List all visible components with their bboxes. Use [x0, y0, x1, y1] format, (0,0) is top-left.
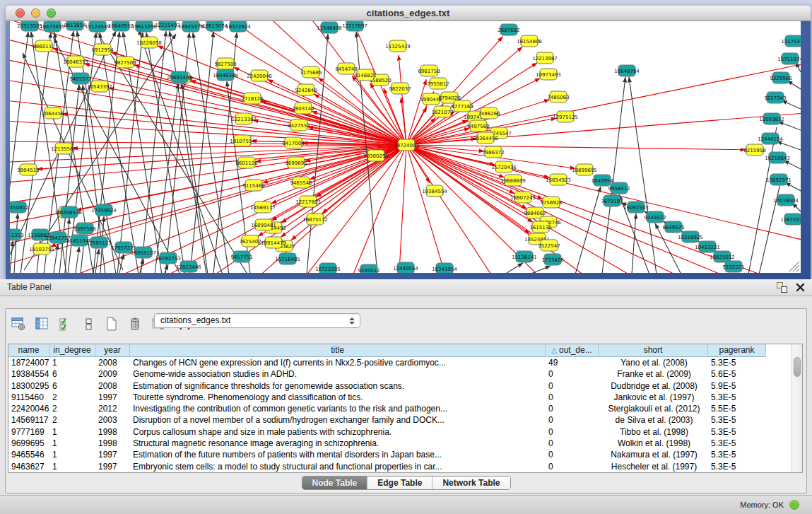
graph-node[interactable]: 6961758	[418, 65, 440, 76]
graph-node[interactable]: 1615132	[529, 221, 551, 233]
graph-node[interactable]: 3911353	[10, 229, 24, 240]
graph-node[interactable]: 8427552	[288, 119, 310, 131]
graph-node[interactable]: 12975125	[553, 111, 578, 122]
tab-network-table[interactable]: Network Table	[433, 477, 510, 489]
table-cell[interactable]: 1	[49, 449, 95, 460]
table-cell[interactable]: 2008	[95, 357, 130, 368]
table-cell[interactable]: 1998	[95, 426, 130, 438]
graph-node[interactable]: 12217897	[342, 21, 367, 31]
column-header-year[interactable]: year	[95, 344, 130, 357]
graph-node[interactable]: 19613296	[131, 21, 157, 32]
graph-node[interactable]: 16640910	[108, 21, 134, 31]
table-cell[interactable]	[766, 438, 793, 449]
table-cell[interactable]: Nakamura et al. (1997)	[599, 449, 708, 460]
table-cell[interactable]: 18724007	[8, 357, 49, 368]
table-cell[interactable]	[766, 449, 793, 460]
table-cell[interactable]: 0	[546, 461, 599, 472]
table-cell[interactable]: 1997	[95, 461, 130, 472]
table-cell[interactable]: Tourette syndrome. Phenomenology and cla…	[130, 392, 546, 403]
graph-node[interactable]: 7485063	[547, 91, 569, 103]
table-cell[interactable]: 5.3E-5	[708, 392, 766, 403]
table-cell[interactable]: Structural magnetic resonance image aver…	[130, 438, 546, 449]
table-cell[interactable]: 0	[546, 449, 599, 460]
graph-node[interactable]: 9860112	[33, 40, 54, 52]
float-panel-icon[interactable]	[777, 282, 787, 293]
graph-node[interactable]: 10543392	[87, 81, 112, 92]
table-cell[interactable]: 5.3E-5	[708, 357, 766, 368]
graph-node[interactable]: 7986372	[482, 146, 504, 158]
close-panel-icon[interactable]	[796, 283, 805, 292]
table-row[interactable]: 2242004622012Investigating the contribut…	[8, 403, 802, 414]
column-header-title[interactable]: title	[130, 344, 546, 357]
table-cell[interactable]: 0	[546, 414, 599, 426]
table-cell[interactable]: 6	[49, 368, 95, 380]
table-cell[interactable]: 2003	[95, 414, 130, 426]
table-cell[interactable]: 5.9E-5	[708, 380, 766, 392]
graph-node[interactable]: 8215958	[743, 144, 765, 156]
graph-node[interactable]: 16875112	[302, 214, 328, 225]
table-cell[interactable]: 49	[546, 357, 599, 368]
table-cell[interactable]: Tibbo et al. (1998)	[599, 426, 708, 438]
table-cell[interactable]: 9115460	[8, 392, 49, 403]
table-cell[interactable]: 5.6E-5	[708, 368, 766, 380]
graph-node[interactable]: 15124549	[85, 21, 110, 32]
graph-node[interactable]: 12213987	[532, 52, 558, 64]
graph-node[interactable]: 12440554	[393, 262, 418, 273]
graph-node[interactable]: 2803144	[292, 103, 314, 114]
table-cell[interactable]: 0	[546, 426, 599, 438]
table-row[interactable]: 1830029562008Estimation of significance …	[8, 380, 802, 392]
graph-node[interactable]: 9756928	[540, 197, 562, 208]
network-canvas[interactable]: 1872400722420046271812612213387181075548…	[10, 21, 801, 273]
tab-edge-table[interactable]: Edge Table	[367, 477, 433, 489]
table-cell[interactable]: Corpus callosum shape and size in male p…	[130, 426, 546, 438]
table-cell[interactable]: 18300295	[8, 380, 49, 392]
graph-node[interactable]: 2718126	[241, 93, 264, 104]
table-cell[interactable]: 2008	[95, 380, 130, 392]
graph-node[interactable]: 7625402	[239, 235, 261, 247]
graph-node[interactable]: 9397588	[73, 223, 95, 234]
graph-node[interactable]: 9822037	[389, 83, 411, 94]
graph-node[interactable]: 8813054	[64, 21, 86, 30]
graph-node[interactable]: 10899695	[572, 164, 597, 175]
table-cell[interactable]: Estimation of significance thresholds fo…	[130, 380, 546, 392]
table-cell[interactable]: 9465546	[8, 449, 49, 460]
table-cell[interactable]: 2	[49, 392, 95, 403]
table-cell[interactable]: Investigating the contribution of common…	[130, 403, 546, 414]
graph-node[interactable]: 9827508	[214, 58, 236, 69]
table-cell[interactable]: Disruption of a novel member of a sodium…	[130, 414, 546, 426]
table-cell[interactable]: 19384554	[8, 368, 49, 380]
graph-node[interactable]: 1621077	[431, 106, 453, 117]
graph-node[interactable]: 2687682	[498, 24, 519, 35]
table-cell[interactable]	[766, 461, 793, 472]
table-cell[interactable]: Wolkin et al. (1998)	[599, 438, 708, 449]
graph-node[interactable]: 12215493	[155, 21, 180, 30]
graph-node[interactable]: 3175685	[300, 66, 322, 78]
table-cell[interactable]: 5.3E-5	[708, 414, 766, 426]
table-cell[interactable]: 5.3E-5	[708, 461, 766, 472]
graph-node[interactable]: 2522547	[538, 240, 560, 251]
table-cell[interactable]: 2	[49, 414, 95, 426]
graph-node[interactable]: 16318925	[678, 231, 703, 243]
table-row[interactable]: 911546021997Tourette syndrome. Phenomeno…	[8, 392, 802, 403]
graph-node[interactable]: 16343954	[432, 263, 457, 273]
table-cell[interactable]: 0	[546, 438, 599, 449]
table-cell[interactable]: 22420046	[8, 403, 49, 414]
graph-node[interactable]: 20313505	[17, 21, 42, 31]
table-cell[interactable]: Embryonic stem cells: a model to study s…	[130, 461, 546, 472]
network-canvas-svg[interactable]: 1872400722420046271812612213387181075548…	[10, 21, 801, 273]
graph-node[interactable]: 9146821	[354, 69, 376, 81]
table-cell[interactable]: Stergiakouli et al. (2012)	[599, 403, 708, 414]
graph-node[interactable]: 15716485	[275, 253, 300, 264]
graph-node[interactable]: 19384554	[422, 185, 447, 197]
graph-node[interactable]: 9115460	[242, 180, 264, 191]
table-cell[interactable]: de Silva et al. (2003)	[599, 414, 708, 426]
table-selector-dropdown[interactable]: citations_edges.txt	[154, 313, 360, 328]
split-rows-icon[interactable]	[80, 315, 97, 332]
scrollbar-thumb[interactable]	[794, 357, 801, 377]
graph-node[interactable]: 7486266	[478, 107, 500, 119]
table-cell[interactable]: 0	[546, 392, 599, 403]
table-cell[interactable]: Estimation of the future numbers of pati…	[130, 449, 546, 460]
table-cell[interactable]: 5.3E-5	[708, 449, 766, 460]
column-header-short[interactable]: short	[599, 344, 708, 357]
table-cell[interactable]: 1	[49, 461, 95, 472]
